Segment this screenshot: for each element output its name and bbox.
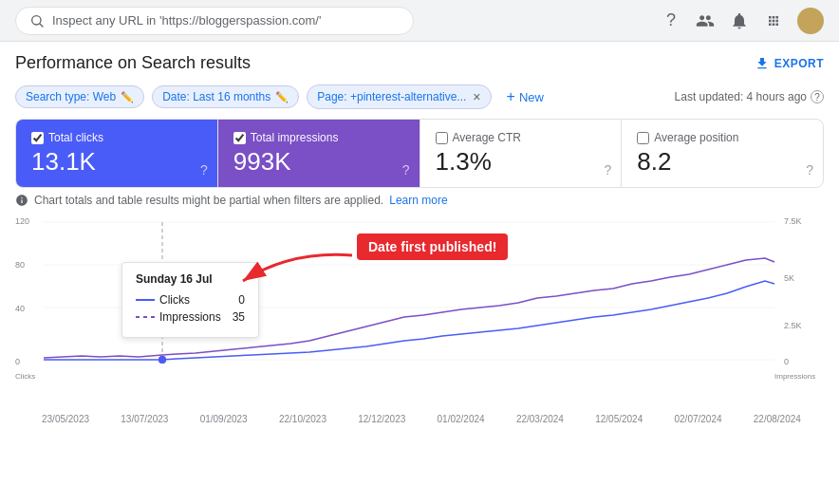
tooltip-impressions-value: 35 (233, 310, 245, 324)
tooltip-clicks-label: Clicks (159, 293, 190, 307)
help-icon: ? (200, 162, 208, 177)
x-label-2: 01/09/2023 (200, 414, 248, 424)
bell-icon[interactable] (729, 10, 750, 31)
search-bar[interactable]: Inspect any URL in 'https://bloggerspass… (15, 7, 414, 35)
metric-ctr-value: 1.3% (436, 148, 606, 176)
filter-bar: Search type: Web ✏️ Date: Last 16 months… (0, 81, 839, 119)
grid-icon[interactable] (763, 10, 784, 31)
new-filter-button[interactable]: + New (499, 84, 551, 109)
x-label-3: 22/10/2023 (279, 414, 326, 424)
last-updated-text: Last updated: 4 hours ago ? (675, 90, 824, 103)
x-label-4: 12/12/2023 (358, 414, 405, 424)
tooltip-impressions-legend: Impressions (136, 310, 221, 324)
svg-text:0: 0 (15, 357, 20, 366)
svg-text:0: 0 (784, 357, 789, 366)
metric-position-label: Average position (637, 131, 808, 144)
svg-text:Impressions: Impressions (774, 372, 815, 381)
edit-icon: ✏️ (121, 91, 134, 103)
help-icon[interactable]: ? (661, 10, 681, 31)
metric-total-clicks[interactable]: Total clicks 13.1K ? (16, 120, 218, 187)
svg-text:2.5K: 2.5K (784, 321, 802, 330)
info-bar: Chart totals and table results might be … (0, 188, 839, 213)
metric-clicks-value: 13.1K (31, 148, 202, 176)
annotation-label: Date first published! (357, 233, 508, 260)
metric-clicks-label: Total clicks (31, 131, 202, 144)
people-icon[interactable] (695, 10, 716, 31)
download-icon (755, 56, 770, 71)
x-label-8: 02/07/2024 (675, 414, 722, 424)
avatar[interactable] (797, 8, 824, 34)
x-label-9: 22/08/2024 (754, 414, 801, 424)
tooltip-impressions-label: Impressions (159, 310, 221, 324)
ctr-checkbox[interactable] (436, 132, 448, 144)
metric-ctr-label: Average CTR (436, 131, 606, 144)
metrics-row: Total clicks 13.1K ? Total impressions 9… (15, 119, 824, 188)
help-icon: ? (402, 162, 410, 177)
close-icon[interactable]: × (473, 89, 480, 104)
metric-impressions-label: Total impressions (233, 131, 404, 144)
clicks-legend-line (136, 299, 155, 301)
export-button[interactable]: EXPORT (755, 56, 824, 71)
tooltip-impressions-row: Impressions 35 (136, 310, 245, 324)
svg-point-18 (158, 356, 166, 364)
help-icon: ? (806, 162, 813, 177)
info-icon (15, 194, 28, 207)
top-bar: Inspect any URL in 'https://bloggerspass… (0, 0, 839, 42)
impressions-checkbox[interactable] (233, 132, 246, 144)
metric-avg-position[interactable]: Average position 8.2 ? (622, 120, 823, 187)
filter-chip-page[interactable]: Page: +pinterest-alternative... × (307, 84, 491, 109)
info-icon: ? (811, 90, 824, 103)
metric-position-value: 8.2 (637, 148, 808, 176)
help-icon: ? (604, 162, 611, 177)
x-label-1: 13/07/2023 (121, 414, 168, 424)
impressions-legend-line (136, 316, 155, 318)
filter-chips: Search type: Web ✏️ Date: Last 16 months… (15, 84, 551, 109)
x-axis-labels: 23/05/2023 13/07/2023 01/09/2023 22/10/2… (0, 412, 839, 424)
metric-total-impressions[interactable]: Total impressions 993K ? (218, 120, 420, 187)
x-label-0: 23/05/2023 (42, 414, 89, 424)
x-label-5: 01/02/2024 (438, 414, 485, 424)
edit-icon: ✏️ (275, 91, 289, 103)
chart-area: 120 80 40 0 Clicks 7.5K 5K 2.5K 0 Impres… (15, 213, 824, 412)
page-title: Performance on Search results (15, 53, 251, 73)
x-label-6: 22/03/2024 (516, 414, 564, 424)
svg-text:Clicks: Clicks (15, 372, 35, 381)
svg-text:7.5K: 7.5K (784, 216, 802, 226)
search-icon (29, 13, 45, 28)
learn-more-link[interactable]: Learn more (389, 194, 447, 207)
filter-chip-search-type[interactable]: Search type: Web ✏️ (15, 85, 144, 108)
plus-icon: + (507, 88, 515, 105)
tooltip-clicks-legend: Clicks (136, 293, 190, 307)
svg-text:40: 40 (15, 304, 25, 313)
svg-text:120: 120 (15, 216, 29, 226)
clicks-checkbox[interactable] (31, 132, 44, 144)
svg-text:80: 80 (15, 260, 25, 270)
x-label-7: 12/05/2024 (595, 414, 643, 424)
position-checkbox[interactable] (637, 132, 649, 144)
info-text: Chart totals and table results might be … (34, 194, 383, 207)
top-icons: ? (661, 8, 824, 34)
filter-chip-date[interactable]: Date: Last 16 months ✏️ (152, 85, 299, 108)
svg-line-1 (40, 24, 43, 27)
metric-avg-ctr[interactable]: Average CTR 1.3% ? (420, 120, 623, 187)
section-header: Performance on Search results EXPORT (0, 42, 839, 81)
search-text: Inspect any URL in 'https://bloggerspass… (52, 13, 321, 28)
annotation-arrow (214, 241, 366, 298)
svg-text:5K: 5K (784, 273, 794, 283)
metric-impressions-value: 993K (233, 148, 404, 176)
